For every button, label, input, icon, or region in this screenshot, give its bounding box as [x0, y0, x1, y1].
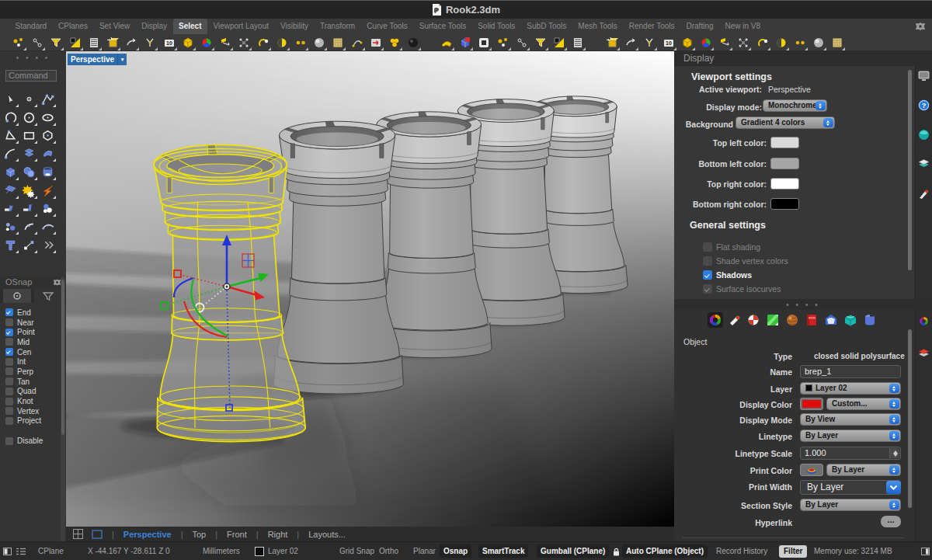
- svg-text:10: 10: [666, 40, 672, 46]
- svg-text:10: 10: [166, 40, 172, 46]
- svg-text:?: ?: [922, 102, 927, 110]
